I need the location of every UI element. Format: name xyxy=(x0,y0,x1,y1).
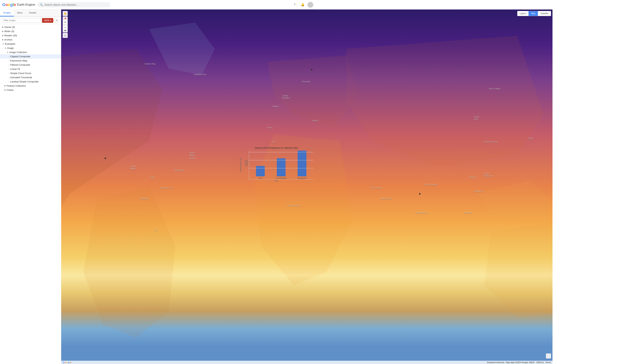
chart-bars: Oslo Los Angeles Singapore xyxy=(249,151,313,180)
logo: Google Earth Engine xyxy=(2,2,35,7)
tab-docs[interactable]: Docs xyxy=(14,10,26,16)
bar-oslo: Oslo xyxy=(253,166,268,179)
chart-container: January 2023 temperature for selected ci… xyxy=(237,145,315,182)
tree-item-owner[interactable]: ▶ Owner (9) xyxy=(0,25,61,29)
bar-singapore-rect xyxy=(298,151,306,176)
tree-item-clipped-composite[interactable]: ▪ Clipped Composite xyxy=(0,54,61,58)
tree-item-landsat-composite[interactable]: ▪ Landsat Simple Composite xyxy=(0,80,61,84)
tree-item-reader[interactable]: ▶ Reader (40) xyxy=(0,33,61,38)
bar-singapore-label: Singapore xyxy=(297,177,307,179)
bar-oslo-label: Oslo xyxy=(258,177,263,179)
chart-expand-button[interactable]: ⤢ xyxy=(311,146,313,150)
tree-item-linear-fit[interactable]: ▪ Linear Fit xyxy=(0,67,61,71)
tree-item-archive[interactable]: ▶ Archive xyxy=(0,38,61,42)
map-svg xyxy=(61,10,237,182)
tree-item-writer[interactable]: ▶ Writer (9) xyxy=(0,29,61,33)
hand-tool-button[interactable]: ✋ xyxy=(63,11,68,16)
tab-assets[interactable]: Assets xyxy=(26,10,40,16)
tree-item-expression-map[interactable]: ▪ Expression Map xyxy=(0,58,61,63)
help-button[interactable]: ? xyxy=(291,2,298,8)
new-script-button[interactable]: NEW ▾ xyxy=(42,18,53,23)
editor-mid-section: New Script * Get Link ▾ Save ▾ Run ▾ Res… xyxy=(61,10,237,182)
zoom-in-button[interactable]: + xyxy=(63,20,68,25)
rectangle-tool-button[interactable]: ▭ xyxy=(63,33,68,38)
bar-los-angeles-rect xyxy=(277,158,286,176)
y-axis-label: Temperature (K) xyxy=(239,158,242,172)
refresh-button[interactable]: ↻ xyxy=(54,18,60,23)
logo-text: Earth Engine xyxy=(17,3,35,6)
tree-item-animated-thumbnail[interactable]: ▪ Animated Thumbnail xyxy=(0,75,61,80)
tree-item-image-collection[interactable]: ▼ Image Collection xyxy=(0,50,61,54)
scripts-tree: ▶ Owner (9) ▶ Writer (9) ▶ Reader (40) ▶… xyxy=(0,24,61,182)
map-area[interactable]: Hudson Bay Labrador Sea NorthAtlanticOce… xyxy=(61,10,237,182)
main: Scripts Docs Assets NEW ▾ ↻ ▶ Owner (9) … xyxy=(0,10,315,182)
map-container[interactable]: Hudson Bay Labrador Sea NorthAtlanticOce… xyxy=(61,10,237,182)
bar-singapore: Singapore xyxy=(294,151,310,179)
avatar[interactable] xyxy=(307,2,313,8)
search-bar[interactable]: 🔍 xyxy=(37,2,110,7)
tab-scripts[interactable]: Scripts xyxy=(0,10,14,16)
filter-scripts-input[interactable] xyxy=(2,18,41,23)
search-icon: 🔍 xyxy=(40,3,43,6)
bar-los-angeles-label: Los Angeles xyxy=(276,177,287,179)
x-axis-label: City xyxy=(239,180,313,182)
tree-item-filtered-composite[interactable]: ▪ Filtered Composite xyxy=(0,63,61,67)
chart-title: January 2023 temperature for selected ci… xyxy=(239,146,313,149)
y-axis: 300 280 260 xyxy=(242,160,249,170)
tree-item-feature-collection[interactable]: ▶ Feature Collection xyxy=(0,84,61,88)
left-panel: Scripts Docs Assets NEW ▾ ↻ ▶ Owner (9) … xyxy=(0,10,61,182)
tree-item-simple-cloud-score[interactable]: ▪ Simple Cloud Score xyxy=(0,71,61,75)
bar-los-angeles: Los Angeles xyxy=(274,158,289,179)
search-input[interactable] xyxy=(44,3,108,6)
zoom-out-button[interactable]: − xyxy=(63,25,68,30)
left-tabs: Scripts Docs Assets xyxy=(0,10,61,17)
header: Google Earth Engine 🔍 ? 🔔 xyxy=(0,0,315,10)
bar-oslo-rect xyxy=(256,166,265,176)
tree-item-charts[interactable]: ▶ Charts xyxy=(0,88,61,92)
scripts-toolbar: NEW ▾ ↻ xyxy=(0,17,61,24)
notifications-button[interactable]: 🔔 xyxy=(299,2,306,8)
tree-item-examples[interactable]: ▼ Examples xyxy=(0,42,61,46)
map-zoom: + − xyxy=(63,20,68,30)
los-angeles-dot xyxy=(105,158,106,159)
tree-item-image[interactable]: ▼ Image xyxy=(0,46,61,50)
chart-area: Temperature (K) 300 280 260 xyxy=(239,151,313,180)
